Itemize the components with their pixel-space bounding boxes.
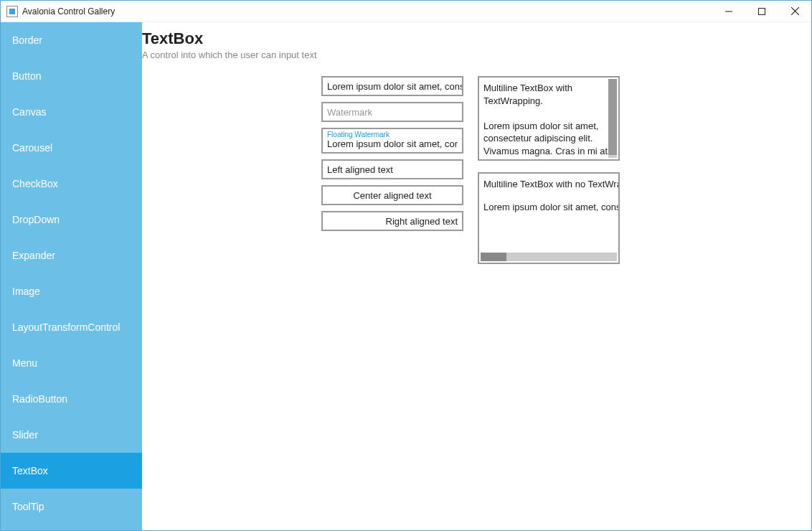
window-title: Avalonia Control Gallery [22, 6, 115, 17]
textbox-left-aligned[interactable]: Left aligned text [321, 159, 463, 179]
sidebar-item-layouttransformcontrol[interactable]: LayoutTransformControl [1, 309, 142, 345]
sidebar-item-dropdown[interactable]: DropDown [1, 202, 142, 238]
textbox-floating-watermark[interactable]: Floating Watermark Lorem ipsum dolor sit… [321, 128, 463, 154]
vertical-scrollbar-thumb[interactable] [608, 79, 617, 155]
textbox-right-aligned[interactable]: Right aligned text [321, 211, 463, 231]
maximize-button[interactable] [745, 1, 778, 22]
floating-watermark-label: Floating Watermark [327, 131, 458, 138]
sidebar-item-textbox[interactable]: TextBox [1, 453, 142, 489]
textbox-simple[interactable]: Lorem ipsum dolor sit amet, consec [321, 76, 463, 96]
textbox-left-value: Left aligned text [327, 164, 393, 175]
sidebar-item-button[interactable]: Button [1, 58, 142, 94]
titlebar: Avalonia Control Gallery [1, 1, 811, 22]
nowrap-line1: Multiline TextBox with no TextWrapp [483, 178, 614, 191]
textbox-watermark-placeholder: Watermark [327, 107, 372, 118]
sidebar-item-expander[interactable]: Expander [1, 238, 142, 273]
nowrap-line2: Lorem ipsum dolor sit amet, consec [483, 201, 614, 214]
sidebar-item-tooltip[interactable]: ToolTip [1, 489, 142, 525]
sidebar-item-canvas[interactable]: Canvas [1, 94, 142, 130]
sidebar-item-carousel[interactable]: Carousel [1, 130, 142, 166]
svg-rect-1 [759, 8, 765, 14]
close-button[interactable] [778, 1, 811, 22]
main-content: TextBox A control into which the user ca… [142, 22, 811, 530]
textbox-center-value: Center aligned text [353, 190, 431, 201]
sidebar-item-slider[interactable]: Slider [1, 417, 142, 453]
page-title: TextBox [142, 29, 811, 48]
sidebar-item-image[interactable]: Image [1, 273, 142, 309]
sidebar-item-border[interactable]: Border [1, 22, 142, 58]
floating-watermark-value: Lorem ipsum dolor sit amet, consec [327, 138, 458, 149]
textbox-right-value: Right aligned text [386, 216, 458, 227]
textbox-multiline-wrap-content: Multiline TextBox with TextWrapping. Lor… [479, 77, 618, 159]
textbox-multiline-wrap[interactable]: Multiline TextBox with TextWrapping. Lor… [478, 76, 620, 161]
page-subtitle: A control into which the user can input … [142, 50, 811, 60]
sidebar-item-menu[interactable]: Menu [1, 345, 142, 381]
textbox-multiline-nowrap[interactable]: Multiline TextBox with no TextWrapp Lore… [478, 172, 620, 264]
textbox-center-aligned[interactable]: Center aligned text [321, 185, 463, 205]
sidebar-item-checkbox[interactable]: CheckBox [1, 166, 142, 202]
textbox-multiline-nowrap-content: Multiline TextBox with no TextWrapp Lore… [479, 174, 618, 217]
textbox-simple-value: Lorem ipsum dolor sit amet, consec [327, 81, 463, 92]
app-icon [6, 6, 18, 17]
minimize-button[interactable] [712, 1, 745, 22]
sidebar: BorderButtonCanvasCarouselCheckBoxDropDo… [1, 22, 142, 530]
textbox-watermark[interactable]: Watermark [321, 102, 463, 122]
horizontal-scrollbar-thumb[interactable] [481, 253, 506, 261]
sidebar-item-radiobutton[interactable]: RadioButton [1, 381, 142, 417]
window-buttons [712, 1, 811, 22]
